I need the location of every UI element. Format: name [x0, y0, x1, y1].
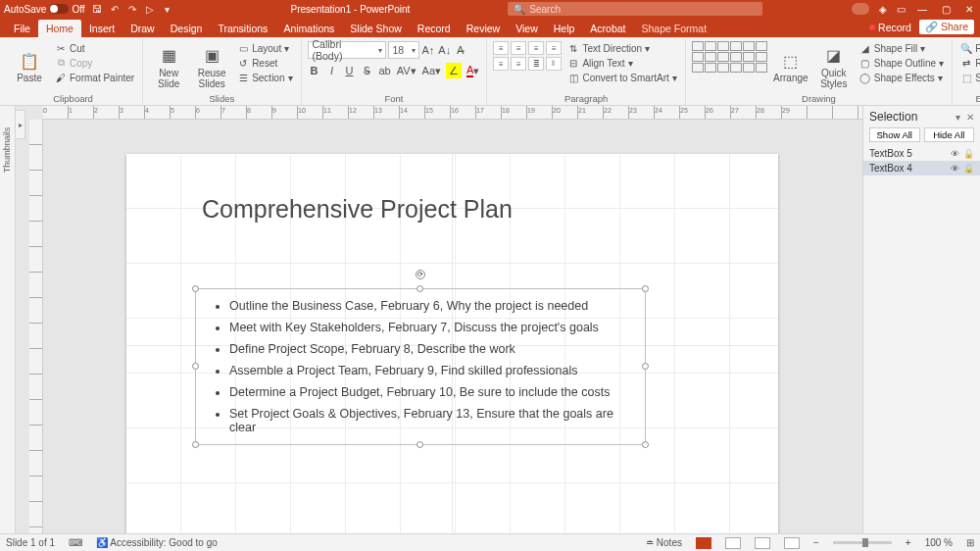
lock-icon[interactable]: 🔓 [963, 149, 974, 159]
increase-font-button[interactable]: A↑ [421, 42, 436, 58]
resize-handle[interactable] [642, 285, 649, 292]
content-textbox[interactable]: ⟳ Outline the Business Case, February 6,… [195, 288, 646, 445]
select-button[interactable]: ⬚Select ▾ [958, 71, 980, 84]
resize-handle[interactable] [192, 285, 199, 292]
thumbnails-pane[interactable]: Thumbnails [0, 106, 16, 533]
hide-all-button[interactable]: Hide All [924, 127, 975, 142]
bullet-item[interactable]: Outline the Business Case, February 6, W… [229, 295, 631, 317]
sorter-view-button[interactable] [725, 537, 741, 549]
new-slide-button[interactable]: ▦New Slide [149, 41, 188, 93]
tab-insert[interactable]: Insert [81, 20, 122, 37]
account-avatar[interactable] [852, 3, 869, 15]
search-box[interactable]: 🔍 [508, 2, 762, 16]
tab-home[interactable]: Home [38, 20, 81, 37]
replace-button[interactable]: ⇄Replace ▾ [958, 56, 980, 70]
shadow-button[interactable]: ab [378, 63, 392, 78]
normal-view-button[interactable] [696, 537, 711, 549]
font-name-select[interactable]: Calibri (Body) [308, 41, 386, 59]
fit-to-window-button[interactable]: ⊞ [966, 537, 974, 548]
rotate-handle-icon[interactable]: ⟳ [416, 270, 425, 279]
cut-button[interactable]: ✂Cut [53, 41, 136, 55]
undo-icon[interactable]: ↶ [109, 3, 121, 15]
tab-review[interactable]: Review [459, 20, 508, 37]
maximize-icon[interactable]: ▢ [939, 4, 953, 15]
start-slideshow-icon[interactable]: ▷ [144, 3, 156, 15]
shape-outline-button[interactable]: ▢Shape Outline ▾ [858, 56, 946, 70]
selection-pane-close-icon[interactable]: ✕ [966, 112, 974, 123]
zoom-level[interactable]: 100 % [925, 537, 953, 548]
bullet-item[interactable]: Set Project Goals & Objectives, February… [229, 403, 631, 438]
paste-button[interactable]: 📋Paste [10, 41, 49, 93]
bullet-item[interactable]: Determine a Project Budget, February 10,… [229, 381, 631, 403]
zoom-in-button[interactable]: + [906, 537, 911, 548]
show-all-button[interactable]: Show All [869, 127, 920, 142]
language-indicator[interactable]: ⌨ [69, 537, 82, 548]
search-input[interactable] [529, 4, 757, 15]
resize-handle[interactable] [416, 441, 423, 448]
align-text-button[interactable]: ⊟Align Text ▾ [565, 56, 678, 70]
change-case-button[interactable]: Aa▾ [421, 63, 442, 78]
selection-item[interactable]: TextBox 4👁🔓 [863, 161, 980, 175]
resize-handle[interactable] [642, 441, 649, 448]
clear-format-button[interactable]: A̶ [454, 42, 467, 58]
resize-handle[interactable] [416, 285, 423, 292]
tab-slideshow[interactable]: Slide Show [342, 20, 410, 37]
resize-handle[interactable] [192, 441, 199, 448]
tab-animations[interactable]: Animations [275, 20, 342, 37]
shapes-gallery[interactable] [692, 41, 767, 93]
slide[interactable]: Comprehensive Project Plan ⟳ Outline the… [126, 154, 778, 533]
tab-draw[interactable]: Draw [122, 20, 163, 37]
thumbnails-toggle[interactable]: ▸ [16, 110, 25, 139]
bullet-list[interactable]: Outline the Business Case, February 6, W… [196, 289, 645, 444]
list-align-grid[interactable]: ≡≡≡≡ ≡≡≣⫴ [493, 41, 562, 71]
italic-button[interactable]: I [325, 63, 339, 78]
resize-handle[interactable] [642, 363, 649, 370]
visibility-icon[interactable]: 👁 [951, 164, 959, 174]
resize-handle[interactable] [192, 363, 199, 370]
format-painter-button[interactable]: 🖌Format Painter [53, 71, 136, 84]
tab-transitions[interactable]: Transitions [210, 20, 275, 37]
save-icon[interactable]: 🖫 [91, 3, 103, 15]
record-button[interactable]: Record [869, 22, 911, 33]
lock-icon[interactable]: 🔓 [963, 164, 974, 174]
reuse-slides-button[interactable]: ▣Reuse Slides [192, 41, 231, 93]
zoom-out-button[interactable]: − [813, 537, 819, 548]
arrange-button[interactable]: ⬚Arrange [771, 41, 810, 93]
underline-button[interactable]: U [343, 63, 357, 78]
shape-effects-button[interactable]: ◯Shape Effects ▾ [858, 71, 946, 84]
tab-file[interactable]: File [6, 20, 38, 37]
tab-record[interactable]: Record [410, 20, 459, 37]
find-button[interactable]: 🔍Find [958, 41, 980, 55]
tab-acrobat[interactable]: Acrobat [582, 20, 633, 37]
app-mode-icon[interactable]: ▭ [897, 4, 906, 15]
quick-styles-button[interactable]: ◪Quick Styles [814, 41, 854, 93]
text-direction-button[interactable]: ⇅Text Direction ▾ [565, 41, 678, 55]
tab-help[interactable]: Help [546, 20, 583, 37]
zoom-slider[interactable] [833, 541, 892, 544]
visibility-icon[interactable]: 👁 [951, 149, 959, 159]
redo-icon[interactable]: ↷ [126, 3, 138, 15]
slide-counter[interactable]: Slide 1 of 1 [6, 537, 55, 548]
diamond-icon[interactable]: ◈ [879, 4, 887, 15]
selection-item[interactable]: TextBox 5👁🔓 [863, 146, 980, 161]
minimize-icon[interactable]: — [915, 4, 929, 15]
accessibility-status[interactable]: ♿ Accessibility: Good to go [96, 537, 218, 548]
bold-button[interactable]: B [308, 63, 321, 78]
font-color-button[interactable]: A▾ [466, 63, 480, 78]
slideshow-view-button[interactable] [784, 537, 800, 549]
bullet-item[interactable]: Assemble a Project Team, February 9, Fin… [229, 360, 631, 381]
strikethrough-button[interactable]: S̶ [361, 63, 374, 78]
reading-view-button[interactable] [755, 537, 770, 549]
decrease-font-button[interactable]: A↓ [437, 42, 452, 58]
vertical-ruler[interactable] [29, 120, 43, 533]
reset-button[interactable]: ↺Reset [235, 56, 294, 70]
tab-shape-format[interactable]: Shape Format [634, 20, 715, 37]
qat-dropdown-icon[interactable]: ▾ [162, 3, 173, 15]
shape-fill-button[interactable]: ◢Shape Fill ▾ [858, 41, 946, 55]
convert-smartart-button[interactable]: ◫Convert to SmartArt ▾ [565, 71, 678, 84]
canvas[interactable]: Comprehensive Project Plan ⟳ Outline the… [43, 120, 862, 533]
tab-view[interactable]: View [508, 20, 546, 37]
share-button[interactable]: 🔗Share [919, 20, 974, 34]
bullet-item[interactable]: Meet with Key Stakeholders, February 7, … [229, 317, 631, 338]
highlight-button[interactable]: ∠ [446, 63, 462, 78]
